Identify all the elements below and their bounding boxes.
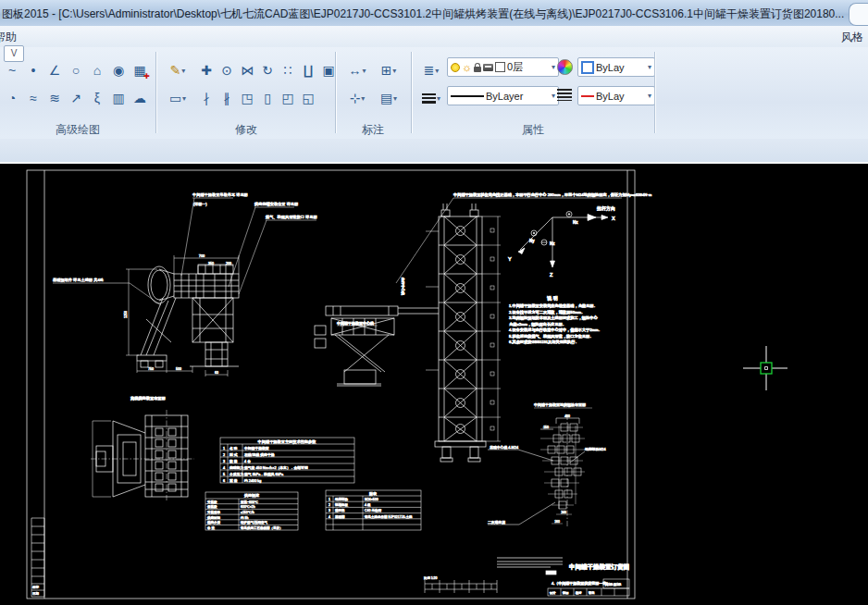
menu-style[interactable]: 风格: [841, 30, 863, 45]
svg-text:3.地脚螺栓预埋按本图及土建图要求施工，螺栓中心: 3.地脚螺栓预埋按本图及土建图要求施工，螺栓中心: [509, 315, 598, 321]
cad-drawing[interactable]: 签字 日期 700 350 200 750 500 60 1250 中间罐干燥装…: [0, 145, 868, 605]
move-icon[interactable]: ✚: [196, 59, 217, 81]
extend-icon[interactable]: ▯: [257, 87, 278, 109]
layer-manager-icon[interactable]: ≣▾: [416, 59, 446, 81]
svg-text:预埋垫板: 预埋垫板: [335, 502, 349, 507]
rotate-icon[interactable]: ↻: [257, 59, 278, 81]
pie-icon[interactable]: ◔: [2, 87, 22, 109]
appendix-table: 附表 1 地脚螺栓M24×500 2 预埋垫板4 组 3 灌浆料C40 无收缩 …: [326, 490, 421, 530]
menu-help[interactable]: 帮助: [0, 30, 17, 45]
break-icon[interactable]: ∤: [196, 87, 217, 109]
svg-text:240: 240: [561, 511, 566, 514]
polygon-icon[interactable]: ⌂: [87, 59, 107, 81]
drawing-subtitle-text: 4.（中间罐干燥装置供货范围一览）: [552, 581, 610, 586]
color-select[interactable]: ByLay ▾: [577, 57, 655, 77]
svg-text:2: 2: [223, 453, 225, 457]
layer-select[interactable]: ☼ 0层 ▾: [447, 57, 559, 77]
top-view: 离线烘烤装置布置图: [91, 396, 194, 501]
group-label-dimension: 标注: [337, 122, 409, 137]
break-at-point-icon[interactable]: ∦: [217, 87, 237, 109]
svg-text:地脚螺栓: 地脚螺栓: [334, 497, 349, 501]
svg-text:审定: 审定: [589, 591, 594, 595]
svg-text:Nz: Nz: [550, 241, 555, 246]
layer-lock-icon: [474, 67, 481, 72]
point-icon[interactable]: •: [23, 59, 43, 81]
tower-side-label: 走行中心线: [401, 278, 405, 295]
svg-text:中间罐干燥装置就位前先找正基础，本图平行走行中心 290mm: 中间罐干燥装置就位前先找正基础，本图平行走行中心 290mm，用四个M24地脚螺…: [453, 192, 652, 198]
text-edit-icon[interactable]: ▤▾: [374, 87, 403, 109]
lineweight-icon[interactable]: ▾: [416, 87, 446, 109]
chamfer-icon[interactable]: ◰: [278, 87, 298, 109]
array-icon[interactable]: ∷: [278, 59, 298, 81]
svg-text:1: 1: [329, 498, 330, 501]
svg-text:烘烤制度: 烘烤制度: [244, 493, 259, 499]
lineweight-value: ByLay: [596, 91, 625, 102]
svg-text:60: 60: [215, 371, 218, 375]
svg-text:煤气量 450 Nm³/h×2（单支），全幅可调: 煤气量 450 Nm³/h×2（单支），全幅可调: [244, 465, 308, 470]
svg-text:160: 160: [554, 520, 560, 524]
trim-icon[interactable]: ◳: [237, 87, 257, 109]
axis-diagram: 拉杆方向 X Nx Y Ny Z Nz: [508, 205, 615, 278]
insert-table-icon[interactable]: ▦✚: [130, 59, 150, 81]
revision-sign-label: 签字: [32, 586, 40, 589]
sketch-pencil-icon[interactable]: ✎▾: [163, 59, 192, 81]
svg-text:保温段: 保温段: [207, 505, 217, 509]
svg-text:2.设备找平后方可二次灌浆，灌浆层50mm。: 2.设备找平后方可二次灌浆，灌浆层50mm。: [509, 310, 585, 315]
leader-annotations: 中间罐干燥装置吊装吊耳 详见图 (详图一) 烘烤烧嘴安装位置 详见图 煤气、助燃…: [53, 192, 317, 305]
leader-pipe-text: 煤气、助燃风管道接口 详见图: [266, 215, 317, 219]
lineweight-select[interactable]: ByLay ▾: [577, 86, 655, 105]
layer-on-bulb-icon: [451, 63, 460, 72]
left-note-text: 基础预埋件 详见土建图 共4处: [53, 278, 104, 283]
group-label-properties: 属性: [413, 122, 653, 137]
side-view: [137, 265, 239, 367]
zigzag-line-icon[interactable]: ≋: [44, 87, 65, 109]
svg-text:在线/离线 烘烤干燥: 在线/离线 烘烤干燥: [244, 452, 275, 457]
group-label-modify: 修改: [157, 122, 335, 137]
layer-name: 0层: [507, 60, 523, 74]
linetype-sample: [451, 95, 484, 97]
offset-icon[interactable]: ∐: [298, 59, 318, 81]
color-wheel-icon[interactable]: [557, 59, 573, 75]
revision-date-label: 日期: [32, 592, 40, 596]
svg-text:4: 4: [223, 466, 225, 470]
revision-cloud-icon[interactable]: ☁: [130, 87, 150, 109]
color-value: ByLay: [596, 62, 625, 73]
window-title: 图板2015 - [C:\Users\Administrator\Desktop…: [2, 6, 844, 22]
svg-text:2: 2: [329, 503, 330, 507]
arc-icon[interactable]: ∠: [44, 59, 65, 81]
blend-curve-icon[interactable]: ◉: [108, 59, 129, 81]
spline-icon[interactable]: ~: [2, 59, 22, 81]
pointer-arrow-icon[interactable]: ↗: [66, 87, 86, 109]
svg-text:4 台: 4 台: [244, 459, 251, 463]
coordinate-dim-icon[interactable]: ⊹▾: [342, 87, 372, 109]
crosshair-cursor: [743, 346, 787, 390]
svg-text:200: 200: [226, 262, 231, 265]
freehand-icon[interactable]: ξ: [87, 87, 107, 109]
svg-text:1: 1: [223, 447, 225, 451]
bolt-leader-bottom-text: 二次灌浆层: [488, 520, 505, 525]
svg-text:500: 500: [176, 367, 181, 371]
linetype-value: ByLayer: [486, 91, 523, 102]
svg-text:6.其余要求按GB50231及相关规范执行。: 6.其余要求按GB50231及相关规范执行。: [509, 340, 579, 345]
smart-dim-icon[interactable]: ⊞▾: [374, 59, 403, 81]
cylinder-icon[interactable]: ▥: [108, 87, 129, 109]
rect-select-icon[interactable]: ▭▾: [163, 87, 192, 109]
svg-text:转炉煤气/压缩空气: 转炉煤气/压缩空气: [241, 520, 267, 525]
svg-text:烧嘴能力: 烧嘴能力: [229, 465, 243, 470]
linetype-manager-icon[interactable]: [557, 89, 572, 101]
linear-dim-icon[interactable]: ↔▾: [342, 59, 372, 81]
svg-text:≤150℃/h: ≤150℃/h: [241, 511, 254, 514]
linetype-select[interactable]: ByLayer ▾: [447, 86, 559, 105]
axis-direction-label: 拉杆方向: [597, 205, 615, 212]
svg-text:5: 5: [223, 473, 225, 476]
bolt-leader-left-text: 基础中心线 4-M24: [490, 445, 518, 450]
ellipse-icon[interactable]: ○: [66, 59, 86, 81]
mirror-icon[interactable]: ⋈: [237, 59, 257, 81]
svg-text:灌浆料: 灌浆料: [335, 509, 345, 512]
group-separator: [155, 52, 156, 133]
fillet-icon[interactable]: ◱: [298, 87, 318, 109]
svg-text:中间罐干燥装置主要技术性能参数: 中间罐干燥装置主要技术性能参数: [258, 439, 317, 445]
window-corner-tab[interactable]: [849, 3, 868, 26]
wave-line-icon[interactable]: ≈: [23, 87, 43, 109]
copy-icon[interactable]: ⊙: [217, 59, 237, 81]
